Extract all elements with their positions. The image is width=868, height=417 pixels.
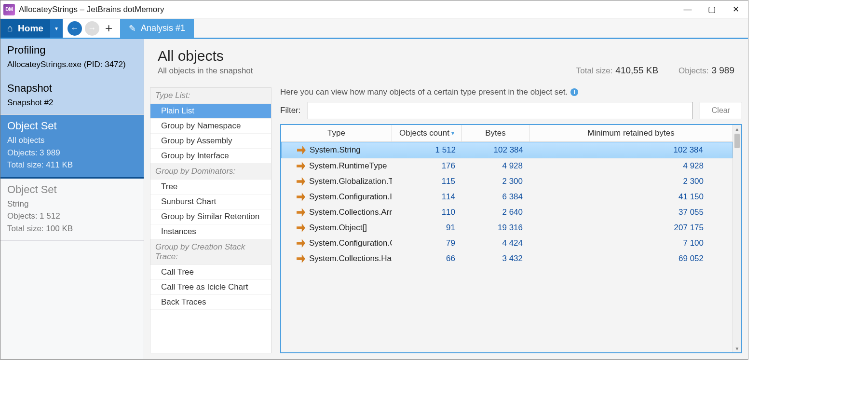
info-icon[interactable]: i <box>570 88 578 96</box>
sidebar-objectset-size: Total size: 411 KB <box>7 159 137 171</box>
cell-count: 110 <box>392 208 462 217</box>
table-row[interactable]: System.RuntimeType1764 9284 928 <box>281 158 732 174</box>
cell-bytes: 4 928 <box>462 161 529 171</box>
class-icon <box>297 193 305 201</box>
col-bytes[interactable]: Bytes <box>462 125 529 141</box>
cell-bytes: 102 384 <box>462 145 530 155</box>
table-row[interactable]: System.Configuration.I1146 38441 150 <box>281 189 732 205</box>
class-icon <box>297 146 306 154</box>
class-icon <box>297 239 305 248</box>
typelist-tree[interactable]: Tree <box>150 180 271 195</box>
hint-text-content: Here you can view how many objects of a … <box>280 87 568 97</box>
cell-bytes: 4 424 <box>462 238 529 248</box>
cell-count: 91 <box>392 223 462 233</box>
nav-forward-button[interactable]: → <box>85 21 99 36</box>
cell-bytes: 6 384 <box>462 192 529 202</box>
sidebar-profiling[interactable]: Profiling AllocateyStrings.exe (PID: 347… <box>0 39 144 77</box>
scroll-up-icon[interactable]: ▲ <box>733 125 741 133</box>
analysis-tab[interactable]: ✎ Analysis #1 <box>120 19 194 38</box>
col-retained[interactable]: Minimum retained bytes <box>529 125 732 141</box>
cell-type: System.RuntimeType <box>281 161 392 171</box>
sidebar-objectset-objects: Objects: 3 989 <box>7 147 137 159</box>
home-label: Home <box>18 23 43 34</box>
nav-group: ← → + <box>63 19 120 38</box>
hint-text: Here you can view how many objects of a … <box>280 87 742 97</box>
scroll-thumb[interactable] <box>734 134 740 148</box>
home-dropdown[interactable]: ▾ <box>50 19 63 38</box>
cell-retained: 69 052 <box>529 254 732 264</box>
app-icon <box>3 4 15 15</box>
typelist-panel: Type List: Plain List Group by Namespace… <box>150 87 271 353</box>
close-button[interactable]: ✕ <box>724 1 748 18</box>
typelist-similar-retention[interactable]: Group by Similar Retention <box>150 209 271 224</box>
grid-header: Type Objects count ▾ Bytes Minimum retai… <box>281 125 732 142</box>
vertical-scrollbar[interactable]: ▲ ▼ <box>732 125 741 352</box>
cell-retained: 37 055 <box>529 208 732 217</box>
table-row[interactable]: System.Collections.Arr1102 64037 055 <box>281 205 732 220</box>
page-subtitle: All objects in the snapshot <box>158 66 253 76</box>
cell-type: System.Object[] <box>281 223 392 233</box>
maximize-button[interactable]: ▢ <box>700 1 724 18</box>
typelist-group-creation-stack: Group by Creation Stack Trace: <box>150 239 271 265</box>
sidebar-objectset-selected[interactable]: Object Set All objects Objects: 3 989 To… <box>0 115 144 179</box>
table-row[interactable]: System.String1 512102 384102 384 <box>281 142 732 158</box>
scroll-down-icon[interactable]: ▼ <box>733 345 741 352</box>
typelist-group-namespace[interactable]: Group by Namespace <box>150 119 271 134</box>
sidebar-objectset2-objects: Objects: 1 512 <box>7 210 137 222</box>
page-title: All objects <box>158 48 253 64</box>
home-icon: ⌂ <box>7 23 13 34</box>
table-row[interactable]: System.Globalization.T1152 3002 300 <box>281 174 732 189</box>
class-icon <box>297 254 305 263</box>
pencil-icon: ✎ <box>129 23 136 34</box>
nav-back-button[interactable]: ← <box>68 21 82 36</box>
sidebar: Profiling AllocateyStrings.exe (PID: 347… <box>0 39 144 359</box>
typelist-sunburst[interactable]: Sunburst Chart <box>150 195 271 209</box>
cell-retained: 2 300 <box>529 177 732 186</box>
cell-count: 176 <box>392 161 462 171</box>
sidebar-objectset-child[interactable]: Object Set String Objects: 1 512 Total s… <box>0 179 144 241</box>
typelist-plain-list[interactable]: Plain List <box>150 104 271 119</box>
sidebar-objectset2-size: Total size: 100 KB <box>7 222 137 235</box>
sidebar-profiling-process: AllocateyStrings.exe (PID: 3472) <box>7 58 137 71</box>
cell-bytes: 2 640 <box>462 208 529 217</box>
minimize-button[interactable]: — <box>676 1 700 18</box>
cell-type: System.Collections.Arr <box>281 208 392 217</box>
cell-type: System.Configuration.C <box>281 238 392 248</box>
sidebar-snapshot[interactable]: Snapshot Snapshot #2 <box>0 77 144 115</box>
add-tab-button[interactable]: + <box>102 21 115 36</box>
cell-type: System.Globalization.T <box>281 177 392 186</box>
class-icon <box>297 208 305 217</box>
cell-retained: 4 928 <box>529 161 732 171</box>
typelist-instances[interactable]: Instances <box>150 224 271 239</box>
cell-bytes: 19 316 <box>462 223 529 233</box>
filter-label: Filter: <box>280 106 301 115</box>
table-row[interactable]: System.Object[]9119 316207 175 <box>281 220 732 236</box>
clear-button[interactable]: Clear <box>700 102 742 119</box>
sidebar-snapshot-name: Snapshot #2 <box>7 97 137 109</box>
typelist-group-assembly[interactable]: Group by Assembly <box>150 134 271 149</box>
cell-type: System.Configuration.I <box>281 192 392 202</box>
total-size-label: Total size: <box>576 66 613 75</box>
objects-label: Objects: <box>678 66 708 75</box>
table-row[interactable]: System.Collections.Has663 43269 052 <box>281 251 732 266</box>
cell-retained: 7 100 <box>529 238 732 248</box>
sidebar-profiling-title: Profiling <box>7 44 137 56</box>
cell-bytes: 2 300 <box>462 177 529 186</box>
home-button[interactable]: ⌂ Home <box>0 19 50 38</box>
typelist-icicle-chart[interactable]: Call Tree as Icicle Chart <box>150 280 271 295</box>
cell-count: 115 <box>392 177 462 186</box>
class-icon <box>297 177 305 186</box>
col-type[interactable]: Type <box>281 125 392 141</box>
filter-input[interactable] <box>308 102 693 119</box>
sidebar-snapshot-title: Snapshot <box>7 82 137 95</box>
filter-row: Filter: Clear <box>280 102 742 119</box>
main-header: All objects All objects in the snapshot … <box>144 39 748 82</box>
data-grid: Type Objects count ▾ Bytes Minimum retai… <box>280 124 742 353</box>
table-row[interactable]: System.Configuration.C794 4247 100 <box>281 236 732 251</box>
analysis-tab-label: Analysis #1 <box>141 23 185 33</box>
typelist-back-traces[interactable]: Back Traces <box>150 295 271 310</box>
typelist-call-tree[interactable]: Call Tree <box>150 265 271 280</box>
col-objects-count[interactable]: Objects count ▾ <box>392 125 462 141</box>
typelist-group-interface[interactable]: Group by Interface <box>150 149 271 164</box>
cell-count: 79 <box>392 238 462 248</box>
